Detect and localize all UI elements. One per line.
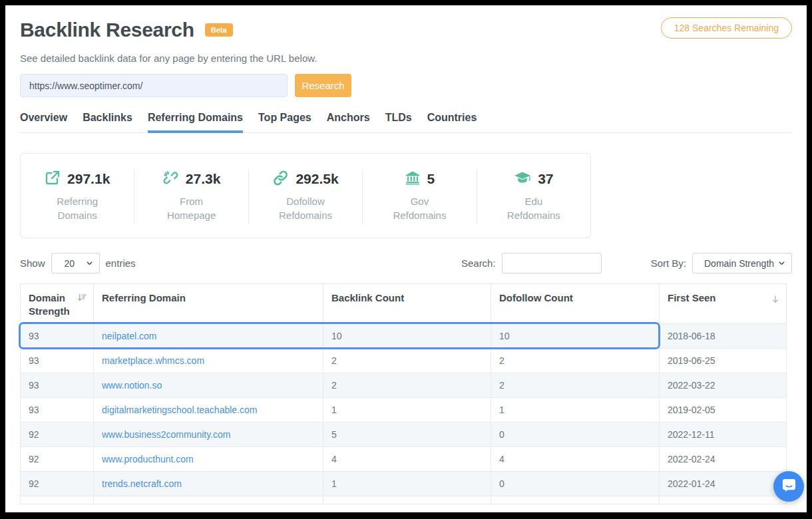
table-row[interactable]: 93 digitalmarketingschool.teachable.com … (21, 398, 787, 423)
cell-backlink-count: 1 (323, 472, 491, 496)
cell-dofollow-count: 1 (491, 398, 660, 423)
table-row[interactable]: 92 www.business2community.com 5 0 2022-1… (21, 423, 787, 447)
arrow-down-icon (771, 294, 780, 307)
sort-by-select[interactable]: Domain Strength (692, 253, 792, 273)
page-header: Backlink Research Beta 128 Searches Rema… (20, 19, 792, 41)
searches-remaining-button[interactable]: 128 Searches Remaining (661, 17, 792, 39)
cell-first-seen: 2022-03-22 (660, 373, 787, 398)
page-subtitle: See detailed backlink data for any page … (20, 53, 792, 64)
referring-domain-link[interactable]: neilpatel.com (102, 331, 157, 341)
stat-value: 297.1k (67, 171, 110, 187)
page-title: Backlink Research (20, 19, 194, 41)
referring-domains-table: Domain Strength Referring Domain Backlin… (20, 283, 786, 504)
cell-referring-domain: digitalmarketingschool.teachable.com (94, 398, 323, 423)
tab-backlinks[interactable]: Backlinks (83, 112, 132, 133)
cell-first-seen: 2019-06-25 (660, 349, 787, 373)
table-row[interactable]: 93 marketplace.whmcs.com 2 2 2019-06-25 (21, 349, 787, 373)
cell-backlink-count: 4 (323, 447, 491, 472)
chevron-down-icon (86, 258, 93, 269)
referring-domain-link[interactable]: www.producthunt.com (102, 454, 194, 464)
table-row[interactable]: 92 trends.netcraft.com 1 0 2022-01-24 (21, 472, 787, 496)
chat-launcher-button[interactable] (773, 471, 804, 502)
entries-label: entries (106, 258, 136, 269)
sort-by-label: Sort By: (651, 258, 686, 269)
cell-backlink-count: 10 (323, 324, 491, 349)
table-search-label: Search: (461, 258, 496, 269)
cell-dofollow-count: 10 (491, 324, 660, 349)
cell-domain-strength: 92 (21, 423, 94, 447)
cell-referring-domain: neilpatel.com (94, 324, 323, 349)
cell-dofollow-count: 0 (491, 472, 660, 496)
column-header-backlink-count[interactable]: Backlink Count (323, 284, 491, 324)
backlink-research-page: Backlink Research Beta 128 Searches Rema… (5, 5, 807, 512)
beta-badge: Beta (205, 23, 233, 37)
stat-gov-refdomains: 5 GovRefdomains (363, 170, 477, 224)
cell-dofollow-count: 2 (491, 349, 660, 373)
cell-backlink-count: 1 (323, 398, 491, 423)
cell-referring-domain: www.business2community.com (94, 423, 323, 447)
cell-first-seen: 2018-06-18 (660, 324, 787, 349)
research-button[interactable]: Research (295, 74, 351, 97)
column-header-domain-strength[interactable]: Domain Strength (21, 284, 94, 324)
tab-anchors[interactable]: Anchors (327, 112, 370, 133)
referring-domain-link[interactable]: trends.netcraft.com (102, 478, 182, 489)
cell-domain-strength: 92 (21, 447, 94, 472)
stat-value: 5 (427, 171, 435, 187)
cell-backlink-count: 2 (323, 373, 491, 398)
cell-first-seen: 2019-02-05 (660, 398, 787, 423)
chevron-down-icon (778, 258, 785, 269)
external-link-icon (45, 170, 61, 188)
referring-domain-link[interactable]: marketplace.whmcs.com (102, 355, 204, 366)
table-controls: Show 20 entries Search: Sort By: Domain … (20, 253, 792, 273)
graduation-cap-icon (514, 169, 531, 189)
column-header-dofollow-count[interactable]: Dofollow Count (491, 284, 660, 324)
table-search-input[interactable] (502, 253, 602, 273)
table-row[interactable]: 93 neilpatel.com 10 10 2018-06-18 (21, 324, 787, 349)
cell-domain-strength: 92 (21, 472, 94, 496)
link-icon (272, 170, 289, 189)
table-row[interactable]: 92 www.producthunt.com 4 4 2022-02-24 (21, 447, 787, 472)
column-header-first-seen[interactable]: First Seen (660, 284, 787, 324)
referring-domain-link[interactable]: digitalmarketingschool.teachable.com (102, 405, 257, 415)
stats-summary-card: 297.1k ReferringDomains 27.3k FromHomepa… (20, 153, 591, 238)
stat-label: Gov (411, 196, 429, 207)
cell-first-seen: 2022-02-24 (660, 447, 787, 472)
stat-value: 37 (538, 171, 553, 187)
tab-overview[interactable]: Overview (20, 112, 67, 133)
cell-referring-domain: www.producthunt.com (94, 447, 323, 472)
stat-label: Dofollow (286, 196, 325, 207)
broken-link-icon (162, 170, 179, 189)
cell-referring-domain: www.notion.so (94, 373, 323, 398)
cell-first-seen: 2022-01-24 (660, 472, 787, 496)
referring-domain-link[interactable]: www.business2community.com (102, 429, 230, 440)
cell-backlink-count: 2 (323, 349, 491, 373)
stat-referring-domains: 297.1k ReferringDomains (21, 170, 134, 224)
show-label: Show (20, 258, 45, 269)
bank-icon (405, 170, 421, 188)
cell-referring-domain: trends.netcraft.com (94, 472, 323, 496)
url-search-row: Research (20, 74, 792, 97)
table-row[interactable]: 93 www.notion.so 2 2 2022-03-22 (21, 373, 787, 398)
tab-top-pages[interactable]: Top Pages (258, 112, 311, 133)
url-input[interactable] (20, 74, 288, 97)
stat-from-homepage: 27.3k FromHomepage (134, 170, 248, 224)
tab-countries[interactable]: Countries (427, 112, 477, 133)
entries-select[interactable]: 20 (51, 253, 100, 273)
tab-bar: Overview Backlinks Referring Domains Top… (20, 112, 792, 133)
cell-dofollow-count: 0 (491, 423, 660, 447)
tab-tlds[interactable]: TLDs (385, 112, 412, 133)
sort-amount-icon (77, 293, 87, 306)
tab-referring-domains[interactable]: Referring Domains (148, 112, 243, 133)
cell-dofollow-count: 2 (491, 373, 660, 398)
cell-domain-strength: 93 (21, 398, 94, 423)
column-header-referring-domain[interactable]: Referring Domain (94, 284, 323, 324)
cell-dofollow-count: 4 (491, 447, 660, 472)
cell-domain-strength: 93 (21, 324, 94, 349)
referring-domain-link[interactable]: www.notion.so (102, 380, 162, 391)
cell-first-seen: 2022-12-11 (660, 423, 787, 447)
stat-value: 27.3k (186, 171, 221, 187)
table-header-row: Domain Strength Referring Domain Backlin… (21, 284, 787, 324)
cell-domain-strength: 93 (21, 349, 94, 373)
cell-referring-domain: marketplace.whmcs.com (94, 349, 323, 373)
chat-icon (781, 478, 797, 496)
